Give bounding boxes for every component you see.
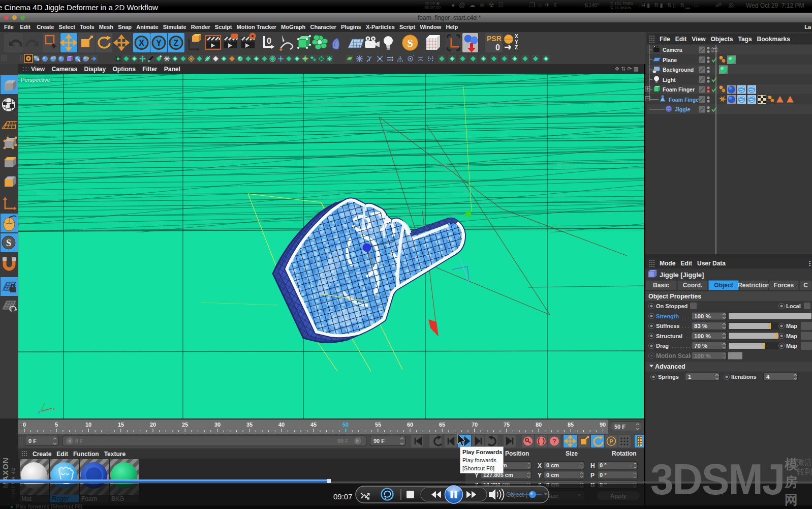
svg-text:65: 65 <box>439 422 445 428</box>
svg-text:0 F: 0 F <box>75 438 83 444</box>
svg-text:60: 60 <box>407 422 413 428</box>
svg-text:PSR: PSR <box>487 35 502 43</box>
svg-text:S: S <box>6 238 11 248</box>
svg-text:90 F: 90 F <box>337 438 349 444</box>
svg-text:⋮: ⋮ <box>807 260 812 267</box>
svg-text:90 F: 90 F <box>373 438 385 444</box>
svg-text:70: 70 <box>472 422 478 428</box>
svg-text:50: 50 <box>342 422 349 428</box>
svg-text:Jiggle: Jiggle <box>675 106 691 112</box>
svg-text:Plane: Plane <box>663 57 677 63</box>
svg-text:0: 0 <box>267 37 271 45</box>
svg-text:On Stopped: On Stopped <box>656 303 688 309</box>
svg-text:Y: Y <box>156 39 162 47</box>
svg-text:Object: Object <box>714 282 733 289</box>
svg-text:5: 5 <box>55 422 58 428</box>
svg-text:File Edit View Objects: File Edit View Objects Tags Bookmarks <box>660 36 790 43</box>
svg-text:Y: Y <box>515 39 518 45</box>
svg-text:25: 25 <box>182 422 188 428</box>
svg-text:Motion Scale: Motion Scale <box>656 352 694 360</box>
svg-text:Strength: Strength <box>656 313 679 319</box>
svg-text:50 F: 50 F <box>614 424 626 430</box>
svg-text:0 °: 0 ° <box>600 462 607 468</box>
svg-text:H: H <box>590 462 595 469</box>
svg-text:Coord.: Coord. <box>683 282 703 289</box>
svg-text:Object Properties: Object Properties <box>648 293 701 300</box>
svg-text:09:07: 09:07 <box>333 492 353 501</box>
svg-text:C: C <box>803 282 808 289</box>
svg-text:Light: Light <box>663 77 676 83</box>
svg-text:X: X <box>538 462 542 469</box>
svg-text:Local: Local <box>786 303 801 309</box>
svg-text:X: X <box>515 34 518 39</box>
svg-text:35: 35 <box>246 422 253 428</box>
svg-text:0 F: 0 F <box>28 438 37 444</box>
svg-text:100 %: 100 % <box>694 333 711 339</box>
svg-text:S: S <box>407 37 413 49</box>
svg-text:45: 45 <box>310 422 317 428</box>
svg-text:Restriction: Restriction <box>738 282 770 289</box>
svg-text:Z: Z <box>174 39 179 47</box>
svg-text:Mode Edit User Data: Mode Edit User Data <box>660 260 726 267</box>
svg-text:-z: -z <box>37 409 41 414</box>
svg-text:75: 75 <box>504 422 510 428</box>
svg-text:Foam Finger: Foam Finger <box>663 86 695 93</box>
svg-text:0: 0 <box>495 43 500 52</box>
svg-text:Foam Finger: Foam Finger <box>669 97 701 103</box>
svg-text:83 %: 83 % <box>694 323 707 329</box>
svg-text:0 cm: 0 cm <box>546 472 559 478</box>
svg-text:30: 30 <box>214 422 221 428</box>
svg-text:Perspective: Perspective <box>21 77 50 83</box>
svg-text:100 %: 100 % <box>694 353 711 359</box>
svg-text:. . . . . . .: . . . . . . . <box>672 343 690 349</box>
svg-text:0 cm: 0 cm <box>546 462 559 468</box>
svg-text:80: 80 <box>536 422 542 428</box>
svg-text:Create Edit Function Tex: Create Edit Function Texture <box>33 451 126 458</box>
svg-text:4: 4 <box>766 374 770 380</box>
svg-text:0 °: 0 ° <box>600 472 607 478</box>
svg-text:Advanced: Advanced <box>655 363 685 370</box>
svg-text:Jiggle [Jiggle]: Jiggle [Jiggle] <box>660 271 704 279</box>
svg-text:70 %: 70 % <box>694 343 707 349</box>
svg-text:10: 10 <box>85 422 91 428</box>
svg-text:Rotation: Rotation <box>612 450 637 457</box>
svg-text:Z: Z <box>515 45 518 50</box>
svg-text:1: 1 <box>688 374 692 380</box>
svg-text:Camera: Camera <box>663 47 682 53</box>
svg-text:100 %: 100 % <box>694 313 711 319</box>
svg-text:?: ? <box>552 438 556 445</box>
svg-text:55: 55 <box>375 422 381 428</box>
svg-text:Drag: Drag <box>656 343 669 349</box>
svg-text:40: 40 <box>278 422 285 428</box>
svg-text:Background: Background <box>663 67 694 73</box>
svg-text:Structural: Structural <box>656 333 682 339</box>
svg-text:Stiffness: Stiffness <box>656 323 679 329</box>
svg-text:x: x <box>53 406 55 411</box>
svg-text:Map: Map <box>786 333 797 339</box>
svg-text:20: 20 <box>150 422 156 428</box>
svg-text:Basic: Basic <box>653 282 669 289</box>
svg-text:+: + <box>279 45 283 53</box>
svg-text:X: X <box>139 39 144 47</box>
svg-text:0: 0 <box>23 422 26 428</box>
svg-text:Iterations: Iterations <box>731 374 757 380</box>
svg-text:. . .: . . . <box>682 323 689 329</box>
svg-text:P: P <box>609 438 613 444</box>
svg-text:Position: Position <box>505 450 529 457</box>
svg-text:15: 15 <box>118 422 124 428</box>
svg-text:90: 90 <box>600 422 606 428</box>
svg-text:. .: . . <box>686 334 690 339</box>
svg-text:Forces: Forces <box>774 282 794 289</box>
svg-text:. . .: . . . <box>682 314 689 319</box>
svg-text:Springs: Springs <box>658 374 679 380</box>
svg-text:Map: Map <box>786 323 797 329</box>
svg-text:Size: Size <box>566 450 578 457</box>
svg-text:Map: Map <box>786 343 797 349</box>
svg-text:85: 85 <box>568 422 574 428</box>
